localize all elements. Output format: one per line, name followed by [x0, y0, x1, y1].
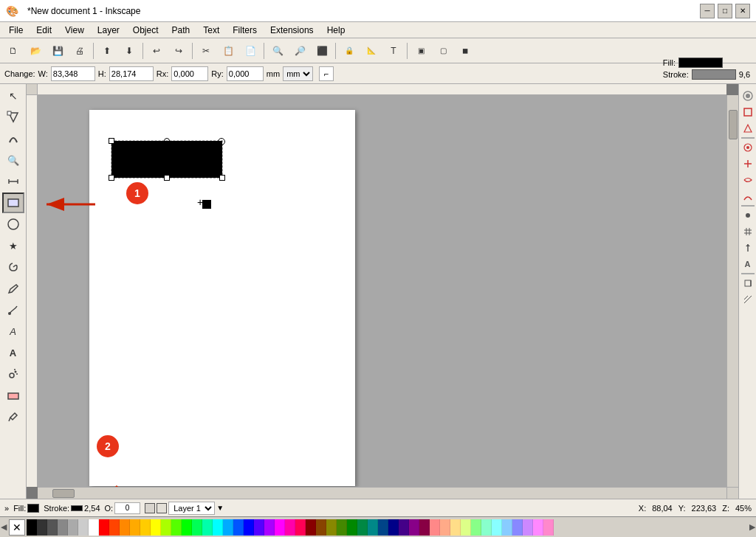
- color-swatch-1[interactable]: [37, 519, 47, 536]
- no-fill-swatch[interactable]: ✕: [9, 519, 25, 536]
- color-swatch-37[interactable]: [409, 519, 419, 536]
- export-button[interactable]: ⬇: [119, 41, 140, 60]
- spray-tool-button[interactable]: [2, 364, 24, 384]
- v-scrollbar[interactable]: [726, 95, 738, 487]
- layer-expand[interactable]: ▼: [216, 504, 224, 512]
- new-button[interactable]: 🗋: [3, 41, 24, 60]
- measure-tool-button[interactable]: [2, 171, 24, 192]
- dropper-tool-button[interactable]: [2, 406, 24, 427]
- snap-grid[interactable]: [740, 224, 755, 239]
- text-snap-button[interactable]: A: [740, 257, 755, 271]
- tweak-tool-button[interactable]: [2, 128, 24, 149]
- menu-item-text[interactable]: Text: [197, 24, 225, 37]
- eraser-tool-button[interactable]: [2, 385, 24, 406]
- palette-right-btn[interactable]: ▶: [749, 522, 756, 532]
- color-swatch-41[interactable]: [450, 519, 461, 536]
- menu-item-help[interactable]: Help: [321, 24, 351, 37]
- handle-tr[interactable]: [218, 138, 225, 145]
- color-swatch-19[interactable]: [223, 519, 233, 536]
- color-swatch-16[interactable]: [192, 519, 202, 536]
- height-input[interactable]: [109, 66, 154, 81]
- color-swatch-38[interactable]: [419, 519, 430, 536]
- zoom-fit-button[interactable]: ⬛: [312, 41, 332, 60]
- circle-tool-button[interactable]: [2, 214, 24, 235]
- color-swatch-29[interactable]: [326, 519, 337, 536]
- stroke-swatch-bottom[interactable]: [71, 505, 83, 511]
- v-scroll-thumb[interactable]: [729, 110, 738, 139]
- canvas-area[interactable]: + 1 2: [27, 84, 738, 499]
- corner-icon[interactable]: ⌐: [319, 66, 334, 81]
- menu-item-filters[interactable]: Filters: [227, 24, 263, 37]
- width-input[interactable]: [51, 66, 95, 81]
- menu-item-layer[interactable]: Layer: [92, 24, 126, 37]
- calligraphy-tool-button[interactable]: A: [2, 321, 24, 342]
- color-swatch-44[interactable]: [481, 519, 492, 536]
- opacity-input[interactable]: [114, 502, 140, 514]
- layer-select[interactable]: Layer 1: [168, 502, 215, 515]
- color-swatch-10[interactable]: [130, 519, 140, 536]
- snap-button[interactable]: 🔒: [339, 41, 360, 60]
- color-swatch-4[interactable]: [68, 519, 78, 536]
- star-tool-button[interactable]: ★: [2, 235, 24, 256]
- color-swatch-48[interactable]: [523, 519, 533, 536]
- redo-button[interactable]: ↪: [168, 41, 189, 60]
- menu-item-file[interactable]: File: [3, 24, 29, 37]
- color-swatch-39[interactable]: [430, 519, 440, 536]
- menu-item-view[interactable]: View: [59, 24, 90, 37]
- rx-input[interactable]: [171, 66, 208, 81]
- drawn-rectangle[interactable]: [111, 141, 222, 178]
- color-swatch-20[interactable]: [233, 519, 244, 536]
- spiral-tool-button[interactable]: [2, 257, 24, 277]
- pen-tool-button[interactable]: [2, 299, 24, 320]
- undo-button[interactable]: ↩: [146, 41, 167, 60]
- palette-left-btn[interactable]: ◀: [0, 522, 7, 532]
- gradient-button[interactable]: ◼: [455, 41, 475, 60]
- color-swatch-7[interactable]: [99, 519, 109, 536]
- color-swatch-6[interactable]: [89, 519, 99, 536]
- color-swatch-21[interactable]: [244, 519, 254, 536]
- snap-r4[interactable]: [740, 189, 755, 204]
- unit-select[interactable]: mmpxcm: [283, 66, 313, 81]
- color-swatch-13[interactable]: [161, 519, 171, 536]
- align-v-button[interactable]: [740, 240, 755, 255]
- maximize-button[interactable]: □: [718, 4, 732, 18]
- color-swatch-31[interactable]: [347, 519, 357, 536]
- node-tool-button[interactable]: [2, 107, 24, 128]
- color-swatch-17[interactable]: [202, 519, 213, 536]
- color-swatch-15[interactable]: [182, 519, 192, 536]
- color-swatch-8[interactable]: [109, 519, 120, 536]
- snap-r1[interactable]: [740, 140, 755, 155]
- fill-swatch[interactable]: [678, 58, 723, 68]
- menu-item-extensions[interactable]: Extensions: [264, 24, 320, 37]
- zoom-in-button[interactable]: 🔎: [289, 41, 310, 60]
- snap-nodes-button[interactable]: [740, 121, 755, 136]
- color-swatch-5[interactable]: [78, 519, 89, 536]
- paste-button[interactable]: 📄: [240, 41, 261, 60]
- import-button[interactable]: ⬆: [97, 41, 117, 60]
- color-swatch-14[interactable]: [171, 519, 182, 536]
- fill-swatch-bottom[interactable]: [27, 504, 39, 513]
- guide-snap[interactable]: [740, 292, 755, 307]
- color-swatch-11[interactable]: [140, 519, 151, 536]
- h-scrollbar[interactable]: [38, 487, 726, 499]
- color-swatch-46[interactable]: [502, 519, 512, 536]
- close-button[interactable]: ✕: [735, 4, 750, 18]
- color-swatch-18[interactable]: [213, 519, 223, 536]
- menu-item-path[interactable]: Path: [166, 24, 196, 37]
- open-button[interactable]: 📂: [25, 41, 46, 60]
- snap-r3[interactable]: [740, 173, 755, 187]
- zoom-out-button[interactable]: 🔍: [267, 41, 288, 60]
- color-swatch-50[interactable]: [543, 519, 554, 536]
- handle-bl[interactable]: [109, 175, 114, 181]
- color-swatch-9[interactable]: [120, 519, 130, 536]
- h-scroll-thumb[interactable]: [52, 489, 75, 498]
- handle-tm[interactable]: [164, 138, 170, 144]
- canvas-content[interactable]: + 1 2: [38, 95, 726, 487]
- print-button[interactable]: 🖨: [69, 41, 90, 60]
- handle-br[interactable]: [219, 175, 225, 181]
- layer-vis-toggle[interactable]: [145, 503, 155, 513]
- handle-tl[interactable]: [109, 138, 114, 144]
- color-swatch-30[interactable]: [337, 519, 347, 536]
- color-swatch-49[interactable]: [533, 519, 543, 536]
- minimize-button[interactable]: ─: [700, 4, 715, 18]
